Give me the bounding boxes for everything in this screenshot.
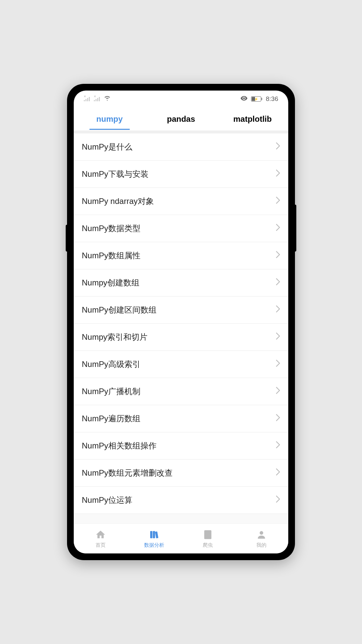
nav-home[interactable]: 首页 xyxy=(74,524,127,553)
nav-label: 爬虫 xyxy=(203,542,213,548)
chevron-right-icon xyxy=(276,387,280,396)
chevron-right-icon xyxy=(276,360,280,369)
list-item[interactable]: Numpy创建数组 xyxy=(74,269,288,297)
svg-point-3 xyxy=(260,531,263,535)
list-item[interactable]: NumPy广播机制 xyxy=(74,378,288,405)
list-item[interactable]: NumPy位运算 xyxy=(74,487,288,514)
books-icon xyxy=(148,529,160,541)
chevron-right-icon xyxy=(276,251,280,260)
chevron-right-icon xyxy=(276,305,280,315)
chevron-right-icon xyxy=(276,224,280,233)
status-bar: × × xyxy=(74,91,288,107)
status-left: × × xyxy=(84,95,111,103)
list-item-title: NumPy相关数组操作 xyxy=(82,440,157,451)
chevron-right-icon xyxy=(276,332,280,342)
list-item-title: NumPy遍历数组 xyxy=(82,413,140,424)
list-item[interactable]: NumPy是什么 xyxy=(74,133,288,161)
user-icon xyxy=(255,529,267,541)
tab-numpy[interactable]: numpy xyxy=(74,108,145,130)
list-item[interactable]: NumPy下载与安装 xyxy=(74,161,288,188)
list-item-title: NumPy数组元素增删改查 xyxy=(82,468,173,478)
list-item-title: NumPy下载与安装 xyxy=(82,169,148,179)
list-item[interactable]: NumPy创建区间数组 xyxy=(74,297,288,324)
nav-label: 首页 xyxy=(96,542,106,548)
bottom-nav: 首页 数据分析 爬虫 我的 xyxy=(74,523,288,553)
nav-profile[interactable]: 我的 xyxy=(235,524,288,553)
nav-crawler[interactable]: 爬虫 xyxy=(181,524,235,553)
chevron-right-icon xyxy=(276,441,280,450)
list-item-title: NumPy是什么 xyxy=(82,142,132,152)
chevron-right-icon xyxy=(276,142,280,152)
svg-rect-1 xyxy=(153,531,155,538)
list-item-title: NumPy数据类型 xyxy=(82,223,140,234)
list-item-title: NumPy ndarray对象 xyxy=(82,196,154,207)
list-item[interactable]: NumPy高级索引 xyxy=(74,351,288,378)
tab-label: numpy xyxy=(96,114,123,123)
list-item-title: NumPy广播机制 xyxy=(82,386,140,397)
content-list[interactable]: NumPy是什么NumPy下载与安装NumPy ndarray对象NumPy数据… xyxy=(74,131,288,523)
nav-label: 数据分析 xyxy=(144,542,164,548)
list-item[interactable]: NumPy数据类型 xyxy=(74,215,288,242)
top-tabs: numpy pandas matplotlib xyxy=(74,107,288,131)
tab-matplotlib[interactable]: matplotlib xyxy=(217,108,288,130)
status-right: ⚡ 8:36 xyxy=(240,95,278,103)
screen: × × xyxy=(74,91,288,553)
phone-frame: × × xyxy=(67,84,295,560)
chevron-right-icon xyxy=(276,414,280,423)
eye-icon xyxy=(240,95,248,103)
list-item-title: NumPy高级索引 xyxy=(82,359,140,370)
home-icon xyxy=(95,529,107,541)
list-spacer xyxy=(74,131,288,133)
list-item[interactable]: NumPy相关数组操作 xyxy=(74,432,288,460)
tab-label: pandas xyxy=(167,114,195,123)
list-item[interactable]: NumPy ndarray对象 xyxy=(74,188,288,215)
battery-icon: ⚡ xyxy=(251,96,261,102)
list-item-title: Numpy创建数组 xyxy=(82,277,139,288)
svg-rect-2 xyxy=(155,531,158,538)
chevron-right-icon xyxy=(276,169,280,179)
signal-2-icon: × xyxy=(94,97,100,101)
tab-label: matplotlib xyxy=(233,114,272,123)
list-item-title: NumPy位运算 xyxy=(82,495,132,505)
nav-label: 我的 xyxy=(256,542,266,548)
chevron-right-icon xyxy=(276,495,280,505)
nav-data-analysis[interactable]: 数据分析 xyxy=(127,524,181,553)
doc-icon xyxy=(202,529,214,541)
signal-1-icon: × xyxy=(84,97,90,101)
list-item[interactable]: Numpy索引和切片 xyxy=(74,324,288,351)
list-item-title: NumPy数组属性 xyxy=(82,250,140,261)
list-item[interactable]: NumPy遍历数组 xyxy=(74,405,288,432)
list-item-title: Numpy索引和切片 xyxy=(82,332,147,342)
list-item[interactable]: NumPy数组属性 xyxy=(74,242,288,269)
status-time: 8:36 xyxy=(266,95,278,103)
chevron-right-icon xyxy=(276,197,280,206)
chevron-right-icon xyxy=(276,468,280,478)
wifi-icon xyxy=(104,95,111,103)
list-item[interactable]: NumPy数组元素增删改查 xyxy=(74,460,288,487)
svg-rect-0 xyxy=(150,531,153,538)
tab-pandas[interactable]: pandas xyxy=(145,108,217,130)
chevron-right-icon xyxy=(276,278,280,287)
list-item-title: NumPy创建区间数组 xyxy=(82,305,157,315)
